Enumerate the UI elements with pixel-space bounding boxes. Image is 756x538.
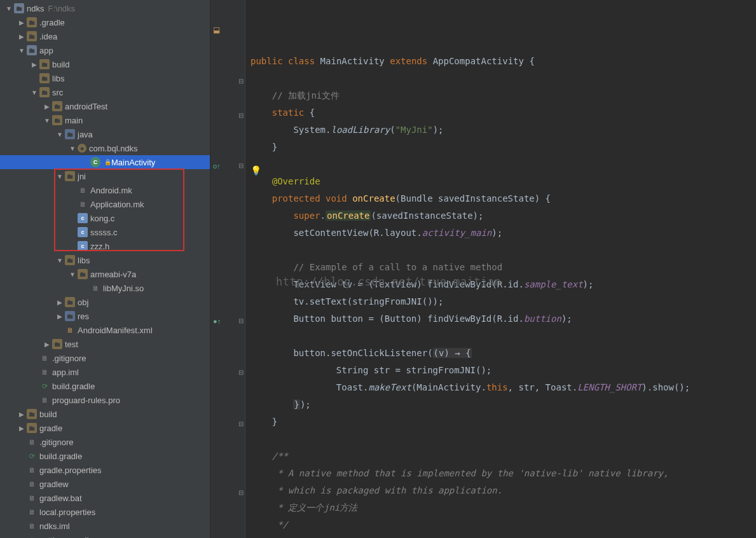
file-icon: 🗎 bbox=[90, 283, 100, 293]
fold-icon[interactable]: ⊟ bbox=[238, 112, 244, 119]
chevron-down-icon[interactable]: ▼ bbox=[18, 46, 25, 54]
tree-item-test[interactable]: ▶🖿test bbox=[0, 337, 210, 351]
doc-comment: * A native method that is implemented by… bbox=[251, 468, 668, 478]
chevron-down-icon[interactable]: ▼ bbox=[69, 270, 76, 278]
tree-item-androidTest[interactable]: ▶🖿androidTest bbox=[0, 99, 210, 113]
chevron-down-icon[interactable]: ▼ bbox=[56, 172, 64, 180]
tree-item-app-iml[interactable]: 🗎app.iml bbox=[0, 365, 210, 379]
tree-item-MainActivity[interactable]: C🔒MainActivity bbox=[0, 155, 210, 169]
tree-item--gitignore[interactable]: 🗎.gitignore bbox=[0, 351, 210, 365]
tree-item-Android-mk[interactable]: 🗎Android.mk bbox=[0, 183, 210, 197]
fold-icon[interactable]: ⊟ bbox=[238, 420, 244, 427]
tree-item-settings-gradle[interactable]: ⟳settings.gradle bbox=[0, 533, 210, 538]
tree-item-gradle-properties[interactable]: 🗎gradle.properties bbox=[0, 463, 210, 477]
module-folder-icon: 🖿 bbox=[14, 3, 24, 13]
tree-item-java[interactable]: ▼🖿java bbox=[0, 127, 210, 141]
chevron-down-icon[interactable]: ▼ bbox=[43, 116, 51, 124]
kw-static: static bbox=[272, 107, 305, 118]
chevron-right-icon[interactable]: ▶ bbox=[18, 410, 25, 418]
tree-item-gradlew-bat[interactable]: 🗎gradlew.bat bbox=[0, 491, 210, 505]
tree-item-obj[interactable]: ▶🖿obj bbox=[0, 295, 210, 309]
file-icon: 🗎 bbox=[27, 437, 37, 447]
tree-item-AndroidManifest-xml[interactable]: 🗎AndroidManifest.xml bbox=[0, 323, 210, 337]
related-file-icon[interactable]: ⬓ bbox=[213, 25, 220, 34]
tree-item-gradle[interactable]: ▶🖿gradle bbox=[0, 421, 210, 435]
tree-item-build[interactable]: ▶🖿build bbox=[0, 57, 210, 71]
chevron-down-icon[interactable]: ▼ bbox=[69, 144, 76, 152]
brace: { bbox=[304, 107, 315, 118]
tree-item-label: local.properties bbox=[39, 507, 95, 517]
tree-item-gradlew[interactable]: 🗎gradlew bbox=[0, 477, 210, 491]
inspection-bulb[interactable]: 💡 bbox=[251, 162, 261, 179]
chevron-right-icon[interactable]: ▶ bbox=[56, 312, 64, 320]
file-icon: 🗎 bbox=[27, 465, 37, 475]
tree-item-label: app bbox=[39, 46, 53, 55]
tree-item-kong-c[interactable]: ckong.c bbox=[0, 211, 210, 225]
code-text: , str, Toast. bbox=[508, 382, 578, 392]
tree-item-build[interactable]: ▶🖿build bbox=[0, 407, 210, 421]
tree-item-res[interactable]: ▶🖿res bbox=[0, 309, 210, 323]
fold-icon[interactable]: ⊟ bbox=[238, 162, 244, 169]
field-ref: buttion bbox=[524, 314, 561, 324]
field-ref: sample_text bbox=[524, 279, 583, 289]
chevron-down-icon[interactable]: ▼ bbox=[5, 4, 13, 12]
tree-item-label: .gitignore bbox=[39, 438, 73, 447]
chevron-down-icon[interactable]: ▼ bbox=[56, 130, 64, 138]
kw-protected: protected bbox=[272, 193, 320, 203]
tree-item-libs[interactable]: 🖿libs bbox=[0, 71, 210, 85]
chevron-right-icon[interactable]: ▶ bbox=[56, 298, 64, 306]
tree-item-sssss-c[interactable]: csssss.c bbox=[0, 225, 210, 239]
tree-item--gradle[interactable]: ▶🖿.gradle bbox=[0, 15, 210, 29]
tree-item-armeabi-v7a[interactable]: ▼🖿armeabi-v7a bbox=[0, 267, 210, 281]
tree-item-app[interactable]: ▼🖿app bbox=[0, 43, 210, 57]
code-text: (MainActivity. bbox=[411, 382, 486, 392]
code-text: Button button = (Button) findViewById(R.… bbox=[293, 314, 523, 324]
tree-item-jni[interactable]: ▼🖿jni bbox=[0, 169, 210, 183]
tree-root[interactable]: ▼🖿ndksF:\ndks bbox=[0, 1, 210, 15]
chevron-right-icon[interactable]: ▶ bbox=[18, 18, 25, 26]
project-tree-panel[interactable]: ▼🖿ndksF:\ndks▶🖿.gradle▶🖿.idea▼🖿app▶🖿buil… bbox=[0, 0, 210, 538]
tree-item--gitignore[interactable]: 🗎.gitignore bbox=[0, 435, 210, 449]
tree-item-ndks-iml[interactable]: 🗎ndks.iml bbox=[0, 519, 210, 533]
fold-icon[interactable]: ⊟ bbox=[238, 489, 244, 496]
code-editor[interactable]: http://blog.csdn.net/true_maitian 💡 publ… bbox=[245, 0, 756, 538]
tree-item-build-gradle[interactable]: ⟳build.gradle bbox=[0, 379, 210, 393]
chevron-right-icon[interactable]: ▶ bbox=[18, 424, 25, 432]
chevron-right-icon[interactable]: ▶ bbox=[18, 32, 25, 40]
class-name: MainActivity bbox=[320, 56, 385, 66]
file-icon: 🗎 bbox=[39, 367, 50, 377]
folder-icon: 🖿 bbox=[52, 339, 62, 349]
tree-item-src[interactable]: ▼🖿src bbox=[0, 85, 210, 99]
tree-item-label: .gradle bbox=[39, 18, 65, 27]
tree-item-local-properties[interactable]: 🗎local.properties bbox=[0, 505, 210, 519]
tree-item-label: gradlew bbox=[39, 479, 69, 489]
fold-icon[interactable]: ⊟ bbox=[238, 369, 244, 376]
gradle-icon: ⟳ bbox=[39, 381, 50, 391]
gutter[interactable]: ⬓ ⊟ ⊟ o↑ ⊟ ●↑ ⊟ ⊟ ⊟ ⊟ bbox=[210, 0, 245, 538]
kw-public: public bbox=[251, 56, 283, 66]
tree-item-com-bql-ndks[interactable]: ▼●com.bql.ndks bbox=[0, 141, 210, 155]
tree-item-zzz-h[interactable]: czzz.h bbox=[0, 239, 210, 253]
tree-item-label: .gitignore bbox=[52, 354, 86, 363]
fold-icon[interactable]: ⊟ bbox=[238, 317, 244, 324]
folder-icon: 🖿 bbox=[39, 87, 50, 97]
tree-item-main[interactable]: ▼🖿main bbox=[0, 113, 210, 127]
tree-item-label: libs bbox=[78, 256, 90, 265]
chevron-down-icon[interactable]: ▼ bbox=[31, 88, 38, 96]
tree-item-proguard-rules-pro[interactable]: 🗎proguard-rules.pro bbox=[0, 393, 210, 407]
tree-item-libs[interactable]: ▼🖿libs bbox=[0, 253, 210, 267]
new-marker-icon[interactable]: ●↑ bbox=[213, 317, 221, 325]
fold-icon[interactable]: ⊟ bbox=[238, 78, 244, 85]
chevron-down-icon[interactable]: ▼ bbox=[56, 256, 64, 264]
kw-class: class bbox=[288, 56, 315, 66]
tree-item-label: gradlew.bat bbox=[39, 493, 82, 503]
chevron-right-icon[interactable]: ▶ bbox=[43, 340, 51, 348]
tree-item-build-gradle[interactable]: ⟳build.gradle bbox=[0, 449, 210, 463]
chevron-right-icon[interactable]: ▶ bbox=[31, 60, 38, 68]
override-icon[interactable]: o↑ bbox=[213, 162, 221, 170]
tree-item--idea[interactable]: ▶🖿.idea bbox=[0, 29, 210, 43]
chevron-right-icon[interactable]: ▶ bbox=[43, 102, 51, 110]
tree-item-libMyJni-so[interactable]: 🗎libMyJni.so bbox=[0, 281, 210, 295]
pkg-icon: ● bbox=[78, 144, 86, 153]
tree-item-Application-mk[interactable]: 🗎Application.mk bbox=[0, 197, 210, 211]
